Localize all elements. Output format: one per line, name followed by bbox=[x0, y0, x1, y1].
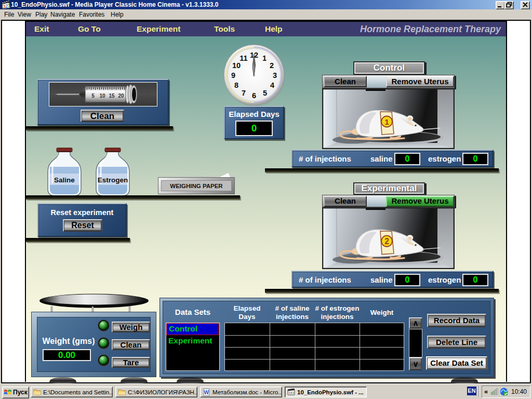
svg-text:2: 2 bbox=[270, 61, 274, 70]
svg-text:10: 10 bbox=[99, 93, 105, 99]
svg-text:Saline: Saline bbox=[54, 176, 75, 184]
svg-text:1: 1 bbox=[292, 391, 294, 394]
svg-text:2: 2 bbox=[384, 237, 389, 246]
svg-text:W: W bbox=[204, 390, 209, 395]
svg-text:11: 11 bbox=[240, 54, 247, 62]
svg-text:3: 3 bbox=[288, 391, 290, 394]
svg-text:15: 15 bbox=[109, 93, 115, 99]
svg-text:7: 7 bbox=[242, 89, 246, 97]
svg-text:10: 10 bbox=[232, 61, 241, 70]
svg-text:4: 4 bbox=[270, 81, 274, 89]
svg-text:20: 20 bbox=[118, 93, 124, 99]
svg-text:6: 6 bbox=[252, 91, 256, 100]
svg-text:5: 5 bbox=[263, 89, 267, 97]
svg-text:1: 1 bbox=[262, 54, 267, 62]
svg-text:2: 2 bbox=[290, 391, 292, 394]
svg-text:3: 3 bbox=[273, 71, 277, 79]
svg-text:5: 5 bbox=[91, 93, 95, 99]
svg-text:Estrogen: Estrogen bbox=[98, 176, 128, 184]
svg-text:1: 1 bbox=[384, 117, 389, 126]
svg-text:9: 9 bbox=[231, 71, 235, 79]
svg-text:8: 8 bbox=[234, 81, 238, 89]
svg-text:1: 1 bbox=[7, 3, 10, 9]
